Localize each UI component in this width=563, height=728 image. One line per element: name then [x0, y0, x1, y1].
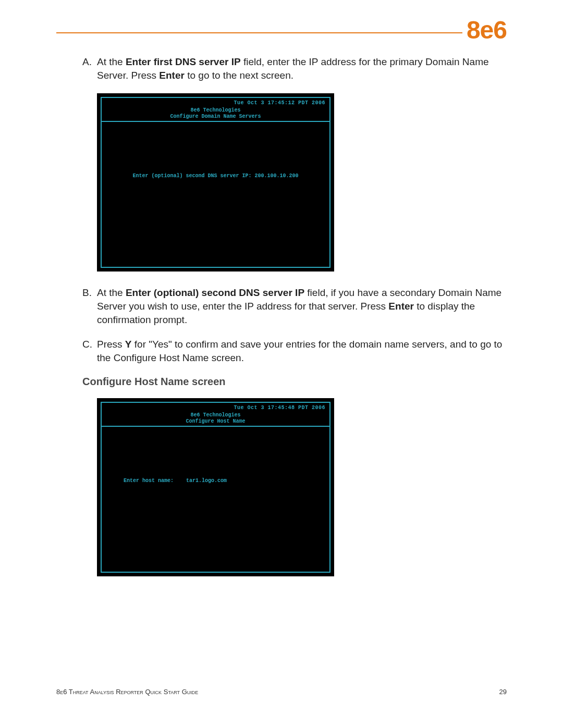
bold-text: Enter first DNS server IP: [126, 56, 241, 67]
terminal-screenshot-dns: Tue Oct 3 17:45:12 PDT 2006 8e6 Technolo…: [97, 93, 507, 272]
bold-text: Enter (optional) second DNS server IP: [126, 287, 304, 298]
terminal-screen-title: Configure Domain Name Servers: [102, 114, 329, 119]
terminal: Tue Oct 3 17:45:12 PDT 2006 8e6 Technolo…: [97, 93, 334, 272]
terminal-timestamp: Tue Oct 3 17:45:48 PDT 2006: [234, 405, 325, 411]
terminal-divider: [102, 121, 329, 122]
terminal-prompt: Enter host name: tar1.logo.com: [124, 478, 227, 484]
prompt-label: Enter host name:: [124, 478, 174, 484]
text: Press: [97, 339, 125, 350]
prompt-value: tar1.logo.com: [186, 478, 227, 484]
terminal-inner: Tue Oct 3 17:45:12 PDT 2006 8e6 Technolo…: [101, 97, 331, 268]
step-body: At the Enter (optional) second DNS serve…: [97, 286, 507, 326]
terminal-screenshot-hostname: Tue Oct 3 17:45:48 PDT 2006 8e6 Technolo…: [97, 398, 507, 576]
page-content: A. At the Enter first DNS server IP fiel…: [82, 55, 507, 591]
step-body: At the Enter first DNS server IP field, …: [97, 55, 507, 82]
step-letter: A.: [82, 55, 97, 82]
bold-text: Enter: [388, 301, 414, 312]
text: At the: [97, 56, 126, 67]
terminal: Tue Oct 3 17:45:48 PDT 2006 8e6 Technolo…: [97, 398, 334, 576]
text: for "Yes" to confirm and save your entri…: [97, 339, 502, 363]
step-letter: B.: [82, 286, 97, 326]
step-a: A. At the Enter first DNS server IP fiel…: [82, 55, 507, 82]
page-number: 29: [499, 688, 507, 696]
section-heading: Configure Host Name screen: [82, 376, 507, 388]
footer-title: 8e6 Threat Analysis Reporter Quick Start…: [56, 688, 198, 696]
step-b: B. At the Enter (optional) second DNS se…: [82, 286, 507, 326]
header-rule: [56, 32, 507, 33]
terminal-inner: Tue Oct 3 17:45:48 PDT 2006 8e6 Technolo…: [101, 402, 331, 573]
terminal-prompt: Enter (optional) second DNS server IP: 2…: [102, 173, 329, 179]
step-letter: C.: [82, 338, 97, 364]
bold-text: Y: [125, 339, 132, 350]
brand-logo: 8e6: [462, 16, 507, 44]
terminal-company: 8e6 Technologies: [102, 107, 329, 113]
page-footer: 8e6 Threat Analysis Reporter Quick Start…: [56, 688, 507, 696]
text: to go to the next screen.: [185, 70, 293, 81]
terminal-company: 8e6 Technologies: [102, 412, 329, 418]
terminal-timestamp: Tue Oct 3 17:45:12 PDT 2006: [234, 100, 325, 106]
bold-text: Enter: [159, 70, 185, 81]
terminal-screen-title: Configure Host Name: [102, 418, 329, 424]
step-c: C. Press Y for "Yes" to confirm and save…: [82, 338, 507, 364]
step-body: Press Y for "Yes" to confirm and save yo…: [97, 338, 507, 364]
terminal-divider: [102, 426, 329, 427]
text: At the: [97, 287, 126, 298]
